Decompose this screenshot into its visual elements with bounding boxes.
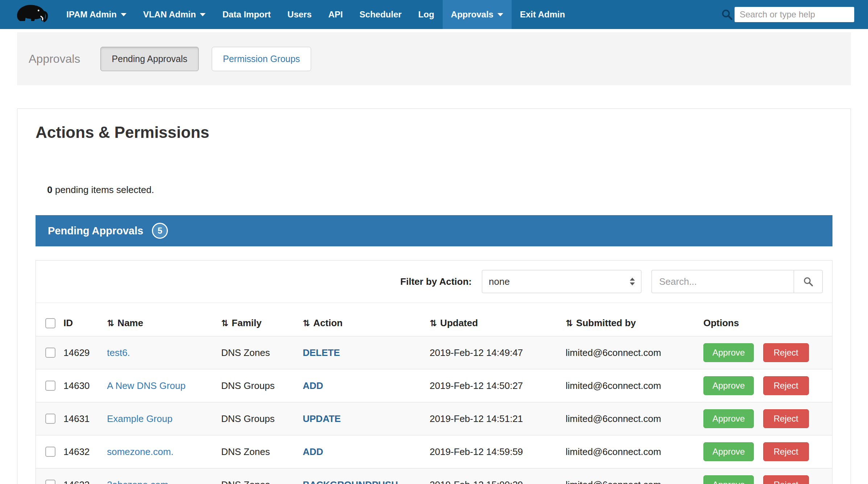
- table-row: 14633 2abczone.com. DNS Zones BACKGROUND…: [36, 468, 832, 484]
- reject-button[interactable]: Reject: [763, 442, 809, 461]
- column-header-family[interactable]: ⇅Family: [215, 303, 296, 336]
- section-title: Actions & Permissions: [36, 123, 832, 141]
- cell-action: UPDATE: [296, 402, 423, 435]
- cell-id: 14629: [57, 336, 100, 369]
- cell-family: DNS Zones: [215, 336, 296, 369]
- action-filter-wrap: none: [482, 270, 641, 293]
- approvals-table-container: Filter by Action: none: [36, 260, 832, 484]
- cell-action: BACKGROUNDPUSH: [296, 468, 423, 484]
- row-checkbox[interactable]: [45, 447, 55, 457]
- column-header-id: ID: [57, 303, 100, 336]
- cell-name: test6.: [100, 336, 215, 369]
- nav-item-data-import[interactable]: Data Import: [214, 0, 279, 29]
- reject-button[interactable]: Reject: [763, 343, 809, 362]
- nav-item-label: IPAM Admin: [66, 9, 117, 20]
- cell-submitted-by: limited@6connect.com: [559, 369, 697, 402]
- cell-family: DNS Zones: [215, 435, 296, 468]
- cell-updated: 2019-Feb-12 15:00:29: [423, 468, 559, 484]
- nav-item-approvals[interactable]: Approvals: [443, 0, 512, 29]
- tab-pending-approvals[interactable]: Pending Approvals: [100, 47, 198, 71]
- table-header-row: ID ⇅Name ⇅Family ⇅Action ⇅Updated ⇅Submi…: [36, 303, 832, 336]
- approve-button[interactable]: Approve: [703, 343, 754, 362]
- sort-icon: ⇅: [221, 318, 228, 328]
- approvals-table: ID ⇅Name ⇅Family ⇅Action ⇅Updated ⇅Submi…: [36, 303, 832, 484]
- cell-family: DNS Groups: [215, 369, 296, 402]
- nav-item-label: Approvals: [451, 9, 493, 20]
- item-name-link[interactable]: Example Group: [107, 413, 173, 424]
- cell-updated: 2019-Feb-12 14:51:21: [423, 402, 559, 435]
- column-header-updated[interactable]: ⇅Updated: [423, 303, 559, 336]
- mammoth-logo-icon: [15, 3, 49, 26]
- approve-button[interactable]: Approve: [703, 475, 754, 484]
- cell-updated: 2019-Feb-12 14:50:27: [423, 369, 559, 402]
- brand-logo[interactable]: [0, 0, 58, 29]
- selected-count-line: 0 pending items selected.: [47, 184, 832, 196]
- nav-item-label: VLAN Admin: [143, 9, 196, 20]
- pending-approvals-panel-header: Pending Approvals 5: [36, 215, 832, 246]
- sort-icon: ⇅: [430, 318, 437, 328]
- tab-permission-groups[interactable]: Permission Groups: [212, 47, 311, 71]
- nav-item-users[interactable]: Users: [279, 0, 320, 29]
- cell-submitted-by: limited@6connect.com: [559, 402, 697, 435]
- approve-button[interactable]: Approve: [703, 442, 754, 461]
- nav-item-vlan-admin[interactable]: VLAN Admin: [135, 0, 214, 29]
- cell-submitted-by: limited@6connect.com: [559, 336, 697, 369]
- cell-action: ADD: [296, 369, 423, 402]
- column-header-label: Updated: [440, 317, 478, 328]
- header-tabs: Pending ApprovalsPermission Groups: [100, 47, 324, 71]
- action-filter-select[interactable]: none: [482, 270, 641, 293]
- row-select-cell: [36, 336, 57, 369]
- item-name-link[interactable]: somezone.com.: [107, 446, 174, 457]
- reject-button[interactable]: Reject: [763, 475, 809, 484]
- row-checkbox[interactable]: [45, 480, 55, 484]
- column-header-options: Options: [697, 303, 832, 336]
- reject-button[interactable]: Reject: [763, 376, 809, 395]
- nav-item-label: Users: [288, 9, 312, 20]
- item-name-link[interactable]: A New DNS Group: [107, 380, 186, 391]
- table-search-input[interactable]: [652, 270, 794, 293]
- cell-name: Example Group: [100, 402, 215, 435]
- column-header-label: Submitted by: [576, 317, 636, 328]
- item-name-link[interactable]: test6.: [107, 347, 130, 358]
- table-search-button[interactable]: [794, 270, 823, 293]
- sort-icon: ⇅: [566, 318, 573, 328]
- approve-button[interactable]: Approve: [703, 409, 754, 428]
- global-search-input[interactable]: [735, 7, 854, 22]
- row-select-cell: [36, 435, 57, 468]
- item-name-link[interactable]: 2abczone.com.: [107, 479, 171, 484]
- cell-name: 2abczone.com.: [100, 468, 215, 484]
- select-all-checkbox[interactable]: [45, 318, 55, 328]
- row-select-cell: [36, 402, 57, 435]
- nav-item-label: Data Import: [222, 9, 270, 20]
- chevron-down-icon: [121, 13, 127, 16]
- cell-action: DELETE: [296, 336, 423, 369]
- table-row: 14631 Example Group DNS Groups UPDATE 20…: [36, 402, 832, 435]
- column-header-name[interactable]: ⇅Name: [100, 303, 215, 336]
- column-header-submitted-by[interactable]: ⇅Submitted by: [559, 303, 697, 336]
- row-checkbox[interactable]: [45, 381, 55, 391]
- approve-button[interactable]: Approve: [703, 376, 754, 395]
- cell-id: 14632: [57, 435, 100, 468]
- nav-item-ipam-admin[interactable]: IPAM Admin: [58, 0, 135, 29]
- nav-item-api[interactable]: API: [320, 0, 351, 29]
- cell-id: 14630: [57, 369, 100, 402]
- nav-item-scheduler[interactable]: Scheduler: [351, 0, 410, 29]
- table-search-group: [652, 270, 823, 293]
- cell-options: Approve Reject: [697, 435, 832, 468]
- nav-item-log[interactable]: Log: [410, 0, 443, 29]
- cell-options: Approve Reject: [697, 369, 832, 402]
- reject-button[interactable]: Reject: [763, 409, 809, 428]
- nav-item-exit-admin[interactable]: Exit Admin: [512, 0, 573, 29]
- cell-updated: 2019-Feb-12 14:59:59: [423, 435, 559, 468]
- column-header-label: Family: [232, 317, 261, 328]
- nav-item-label: Exit Admin: [520, 9, 565, 20]
- panel-title: Pending Approvals: [48, 225, 143, 237]
- column-header-action[interactable]: ⇅Action: [296, 303, 423, 336]
- column-header-label: Options: [703, 317, 739, 328]
- search-icon: [803, 276, 814, 287]
- row-checkbox[interactable]: [45, 348, 55, 358]
- page-title: Approvals: [29, 52, 80, 66]
- column-header-label: Action: [313, 317, 343, 328]
- cell-id: 14631: [57, 402, 100, 435]
- row-checkbox[interactable]: [45, 414, 55, 424]
